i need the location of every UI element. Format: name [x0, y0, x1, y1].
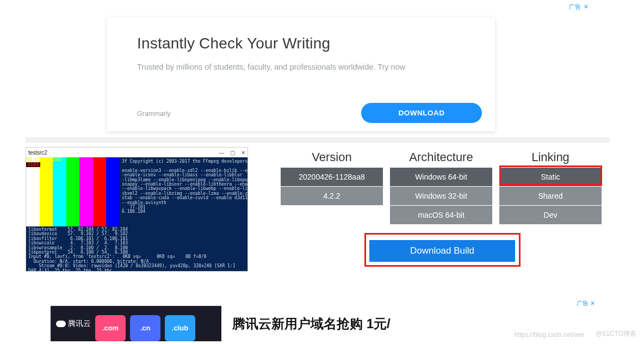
close-icon[interactable]: ✕ [584, 3, 589, 10]
architecture-option[interactable]: macOS 64-bit [390, 206, 492, 224]
tencent-cloud-logo: 腾讯云 [56, 319, 91, 329]
ad-top-label: 广告 ✕ [569, 3, 589, 11]
ad-bottom-banner[interactable]: 腾讯云 .com .cn .club 腾讯云新用户域名抢购 1元/ [51, 306, 590, 341]
architecture-option[interactable]: Windows 64-bit [390, 168, 492, 186]
architecture-option[interactable]: Windows 32-bit [390, 187, 492, 205]
domain-card: .cn [130, 315, 160, 341]
domain-card: .club [165, 315, 195, 341]
architecture-column: Architecture Windows 64-bit Windows 32-b… [390, 150, 492, 224]
domain-card: .com [95, 315, 126, 341]
architecture-heading: Architecture [390, 150, 492, 164]
ffmpeg-screenshot: testsrc2 — ▢ ✕ 08:02:07.240 3181 ‹ › 3f … [26, 147, 248, 272]
ad-bottom-headline: 腾讯云新用户域名抢购 1元/ [232, 315, 391, 333]
ad-bottom-left: 腾讯云 .com .cn .club [51, 306, 221, 341]
watermark-left: https://blog.csdn.net/wei [514, 331, 584, 339]
linking-column: Linking Static Shared Dev [499, 150, 602, 224]
section-divider [26, 137, 610, 143]
window-title: testsrc2 [28, 150, 47, 156]
close-icon[interactable]: ✕ [590, 300, 595, 306]
ad-top-card[interactable]: Instantly Check Your Writing Trusted by … [107, 17, 495, 131]
linking-option[interactable]: Shared [499, 187, 602, 205]
ad-subline: Trusted by millions of students, faculty… [137, 63, 405, 71]
chevron-left-icon[interactable]: ‹ [30, 205, 34, 219]
minimize-icon[interactable]: — [219, 150, 224, 156]
version-column: Version 20200426-1128aa8 4.2.2 [281, 150, 383, 205]
cloud-brand: 腾讯云 [68, 319, 91, 329]
maximize-icon[interactable]: ▢ [230, 150, 235, 156]
version-option[interactable]: 20200426-1128aa8 [281, 168, 383, 186]
colorbars [26, 157, 120, 237]
linking-option[interactable]: Static [499, 168, 602, 186]
window-titlebar: testsrc2 — ▢ ✕ [26, 148, 247, 157]
download-build-button[interactable]: Download Build [369, 240, 515, 262]
window-buttons: — ▢ ✕ [214, 150, 245, 156]
terminal-bottom: libavformat 57. 82.104 / 57. 82.104 liba… [26, 226, 247, 271]
ad-brand: Grammarly [137, 110, 171, 118]
frame-count: 3181 [26, 162, 40, 167]
linking-option[interactable]: Dev [499, 206, 602, 224]
linking-heading: Linking [499, 150, 602, 164]
close-icon[interactable]: ✕ [241, 150, 245, 156]
ad-download-button[interactable]: DOWNLOAD [361, 103, 482, 123]
version-option[interactable]: 4.2.2 [281, 187, 383, 205]
timestamp-overlay: 08:02:07.240 3181 [26, 157, 61, 167]
version-heading: Version [281, 150, 383, 164]
ad-headline: Instantly Check Your Writing [137, 35, 330, 52]
ad-top-label-text: 广告 [569, 3, 581, 10]
watermark-right: @51CTO博客 [596, 329, 636, 339]
cloud-icon [56, 321, 66, 327]
